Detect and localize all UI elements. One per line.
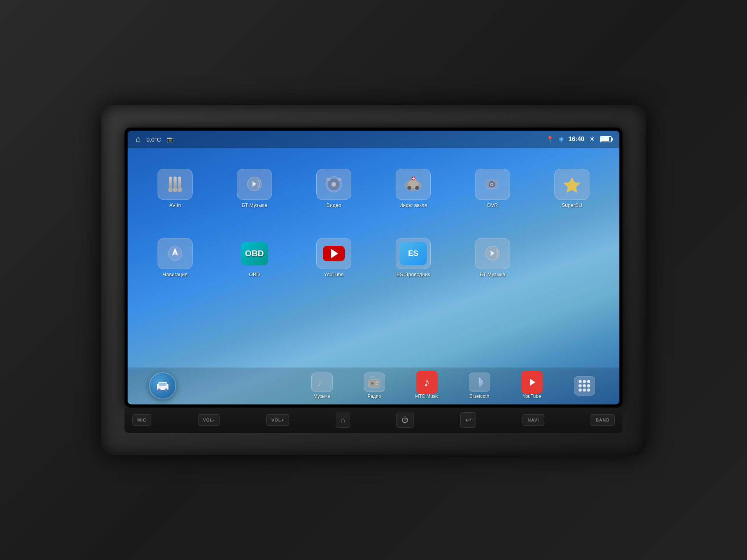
mic-button[interactable]: MIC xyxy=(132,414,151,426)
dock-music[interactable]: ♪ Музыка xyxy=(296,371,347,401)
battery-icon xyxy=(600,136,612,142)
radio-dock-label: Радио xyxy=(368,394,381,399)
bt-music-2-svg xyxy=(483,245,502,262)
app-bt-music-1[interactable]: БТ Музыка xyxy=(215,154,294,223)
bt-music-1-icon xyxy=(237,169,272,200)
back-button[interactable]: ↩ xyxy=(460,412,476,428)
dvr-label: DVR xyxy=(487,202,498,208)
svg-point-20 xyxy=(174,252,176,255)
app-car-info[interactable]: Инфо ав-ля xyxy=(374,154,453,223)
dot-6 xyxy=(587,384,590,387)
app-dvr[interactable]: DVR xyxy=(453,154,532,223)
dock-radio[interactable]: Радио xyxy=(349,371,400,401)
vol-minus-button[interactable]: VOL- xyxy=(198,414,220,426)
app-grid: AV in БТ Музыка xyxy=(128,148,619,368)
mtc-dock-label: МТС Music xyxy=(415,394,439,399)
dot-4 xyxy=(579,384,582,387)
obd-icon-inner: OBD xyxy=(241,242,268,265)
dot-2 xyxy=(583,380,586,383)
svg-rect-32 xyxy=(375,384,378,385)
av-in-icon xyxy=(158,169,193,200)
car-info-label: Инфо ав-ля xyxy=(399,202,427,208)
supersu-label: SuperSU xyxy=(562,202,582,208)
svg-marker-17 xyxy=(564,178,580,192)
car-svg xyxy=(155,379,170,393)
bluetooth-dock-label: Bluetooth xyxy=(470,394,489,399)
status-bar: ⌂ 0,0°C 📷 📍 ✱ 16:40 ☀ xyxy=(128,131,619,148)
youtube-icon-inner xyxy=(323,246,345,261)
home-hw-button[interactable]: ⌂ xyxy=(336,413,350,428)
dock-app-drawer[interactable] xyxy=(559,374,610,397)
music-note-svg: ♪ xyxy=(315,376,329,388)
app-obd[interactable]: OBD OBD xyxy=(215,223,294,292)
video-icon xyxy=(316,169,351,200)
dashboard-surround: ⌂ 0,0°C 📷 📍 ✱ 16:40 ☀ xyxy=(101,105,646,455)
app-navigation[interactable]: Навигация xyxy=(135,223,215,292)
brightness-icon[interactable]: ☀ xyxy=(589,135,595,144)
bt-music-2-icon xyxy=(475,238,510,269)
status-left: ⌂ 0,0°C 📷 xyxy=(135,134,174,144)
svg-rect-26 xyxy=(159,383,167,386)
dock-car-home[interactable] xyxy=(137,370,188,401)
bt-music-1-label: БТ Музыка xyxy=(242,202,267,208)
obd-icon: OBD xyxy=(237,238,272,269)
dock-mtc-music[interactable]: ♪ МТС Music xyxy=(402,371,452,401)
radio-svg xyxy=(367,376,382,389)
svg-rect-31 xyxy=(375,382,379,383)
app-video[interactable]: Видео xyxy=(294,154,374,223)
yt-dock-inner xyxy=(521,371,543,394)
dot-8 xyxy=(583,388,586,392)
youtube-dock-icon xyxy=(521,373,543,392)
svg-point-9 xyxy=(415,186,419,190)
dot-5 xyxy=(583,384,586,387)
svg-rect-5 xyxy=(338,178,342,181)
es-icon-container: ES xyxy=(396,238,431,269)
home-icon[interactable]: ⌂ xyxy=(135,134,140,144)
music-dock-label: Музыка xyxy=(314,394,330,399)
svg-point-3 xyxy=(331,182,336,187)
app-es-explorer[interactable]: ES ES Проводник xyxy=(374,223,453,292)
svg-point-30 xyxy=(372,383,373,384)
svg-text:♪: ♪ xyxy=(317,377,322,388)
navigation-icon xyxy=(158,238,193,269)
app-youtube[interactable]: YouTube xyxy=(294,223,374,292)
bt-music-svg xyxy=(245,175,264,193)
bottom-dock: ♪ Музыка xyxy=(128,368,619,404)
navi-button[interactable]: NAVI xyxy=(523,414,544,426)
video-label: Видео xyxy=(326,202,341,208)
svg-point-24 xyxy=(158,388,161,392)
temperature-display: 0,0°C xyxy=(146,136,161,143)
app-av-in[interactable]: AV in xyxy=(135,154,215,223)
car-circle-icon xyxy=(149,372,176,399)
es-label: ES Проводник xyxy=(396,271,430,278)
nav-svg xyxy=(165,244,186,263)
svg-point-16 xyxy=(491,184,492,185)
mtc-icon-inner: ♪ xyxy=(416,371,438,394)
app-supersu[interactable]: SuperSU xyxy=(532,154,612,223)
grid-dots xyxy=(579,380,590,392)
bluetooth-status-icon: ✱ xyxy=(559,136,564,143)
svg-point-8 xyxy=(407,186,411,190)
power-button[interactable]: ⏻ xyxy=(396,413,414,428)
dot-9 xyxy=(587,388,590,392)
obd-label: OBD xyxy=(249,271,260,278)
dot-7 xyxy=(579,388,582,392)
video-svg xyxy=(323,175,345,194)
av-in-label: AV in xyxy=(169,202,181,208)
status-right: 📍 ✱ 16:40 ☀ xyxy=(546,135,612,144)
dock-bluetooth[interactable]: Bluetooth xyxy=(454,371,505,401)
car-info-icon xyxy=(396,169,431,200)
app-bt-music-2[interactable]: БТ Музыка xyxy=(453,223,532,292)
supersu-svg xyxy=(561,175,583,194)
radio-dock-icon xyxy=(364,373,385,392)
bt-music-2-label: БТ Музыка xyxy=(480,271,505,278)
dock-youtube[interactable]: YouTube xyxy=(507,371,557,401)
time-display: 16:40 xyxy=(568,136,584,143)
camera-icon: 📷 xyxy=(167,136,174,142)
svg-point-25 xyxy=(165,388,168,392)
location-icon: 📍 xyxy=(546,136,554,143)
navigation-label: Навигация xyxy=(163,271,188,278)
vol-plus-button[interactable]: VOL+ xyxy=(266,414,289,426)
dvr-svg xyxy=(482,175,503,194)
band-button[interactable]: BAND xyxy=(591,414,615,426)
